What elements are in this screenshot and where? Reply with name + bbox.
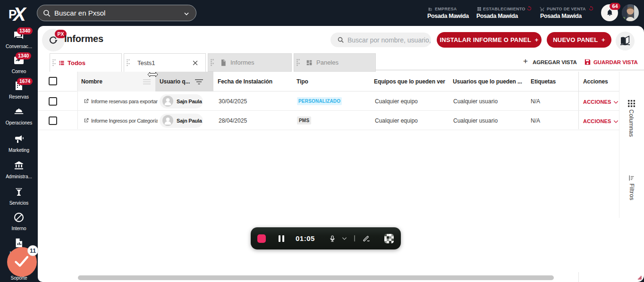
svg-text:X: X — [12, 5, 27, 23]
